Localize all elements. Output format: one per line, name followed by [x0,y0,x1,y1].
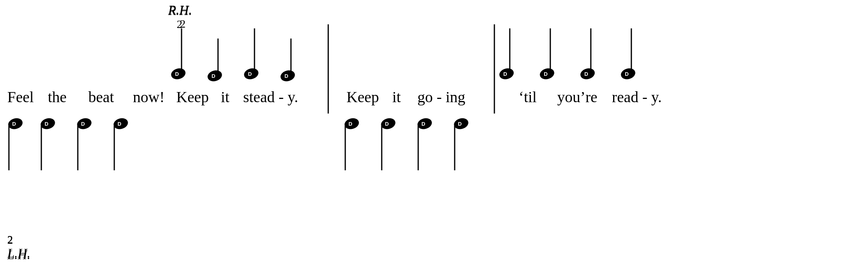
svg-text:D: D [625,71,629,77]
svg-text:D: D [421,121,425,127]
svg-text:D: D [544,71,547,77]
svg-text:it: it [221,88,230,105]
svg-text:L.H.: L.H. [7,246,30,260]
svg-text:you’re: you’re [557,88,597,105]
svg-text:beat: beat [88,88,114,105]
svg-text:it: it [392,88,401,105]
svg-text:D: D [503,71,507,77]
svg-text:stead - y.: stead - y. [243,88,298,105]
svg-text:D: D [348,121,352,127]
svg-text:D: D [175,71,179,77]
svg-text:D: D [45,121,48,127]
svg-text:read - y.: read - y. [612,88,662,105]
svg-text:D: D [248,71,252,77]
svg-text:D: D [12,121,16,127]
svg-text:2: 2 [180,17,186,30]
svg-text:D: D [385,121,389,127]
svg-text:D: D [458,121,462,127]
svg-text:D: D [284,73,288,79]
notation-svg: D D D D D D D D D [0,0,868,266]
svg-text:Feel: Feel [7,88,34,105]
svg-text:now!: now! [133,88,165,105]
svg-text:2: 2 [7,233,13,246]
svg-text:go - ing: go - ing [417,88,465,105]
svg-text:the: the [48,88,66,105]
svg-text:Keep: Keep [176,88,209,105]
svg-text:D: D [212,73,215,79]
svg-text:D: D [81,121,85,127]
sheet-music: R.H. 2 L.H. 2 D D D D D D [0,0,868,266]
svg-text:D: D [118,121,121,127]
svg-text:‘til: ‘til [519,88,537,105]
svg-text:R.H.: R.H. [168,2,192,17]
svg-text:D: D [584,71,588,77]
svg-text:Keep: Keep [346,88,379,105]
